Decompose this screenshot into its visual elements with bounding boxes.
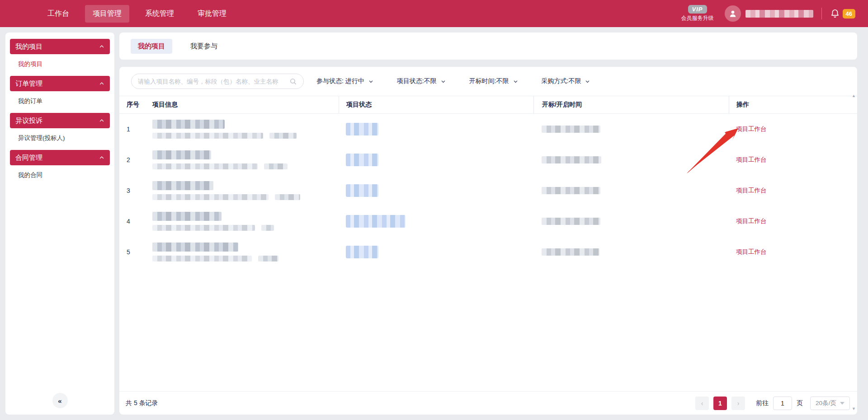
project-workbench-link[interactable]: 项目工作台 <box>736 125 767 133</box>
project-info-redacted <box>152 181 300 200</box>
page-1-button[interactable]: 1 <box>713 397 727 410</box>
sidebar-section-order-mgmt-group[interactable]: 订单管理 <box>10 76 110 91</box>
sidebar-item-my-contracts[interactable]: 我的合同 <box>10 165 110 185</box>
sidebar-item-my-projects[interactable]: 我的项目 <box>10 54 110 74</box>
filter-label: 开标时间:不限 <box>469 77 509 85</box>
status-badge-redacted <box>346 246 378 258</box>
table-footer: 共 5 条记录 ‹ 1 › 前往 页 20条/页 <box>119 391 857 415</box>
action-cell: 项目工作台 <box>729 125 857 133</box>
open-time-cell <box>533 218 729 225</box>
page-unit-label: 页 <box>797 399 803 407</box>
search-input[interactable] <box>138 78 286 85</box>
row-index: 3 <box>119 187 147 194</box>
project-info-cell <box>147 120 339 139</box>
column-header-index: 序号 <box>119 101 147 109</box>
scroll-down-icon[interactable]: ▼ <box>852 407 856 411</box>
top-navbar: 工作台项目管理系统管理审批管理 VIP 会员服务升级 46 <box>0 0 868 27</box>
search-icon[interactable] <box>289 78 297 85</box>
column-header-action: 操作 <box>729 96 857 113</box>
status-badge-redacted <box>346 123 378 135</box>
project-meta-redacted <box>152 133 297 139</box>
project-meta-redacted <box>152 163 288 169</box>
filter-label: 参与状态: 进行中 <box>316 77 364 85</box>
row-index: 1 <box>119 126 147 133</box>
project-list-panel: 参与状态: 进行中项目状态:不限开标时间:不限采购方式:不限 序号项目信息项目状… <box>119 67 857 415</box>
prev-page-button[interactable]: ‹ <box>695 397 709 410</box>
action-cell: 项目工作台 <box>729 217 857 225</box>
nav-item-workbench[interactable]: 工作台 <box>40 5 77 23</box>
notifications[interactable]: 46 <box>830 9 855 19</box>
tab-my-projects[interactable]: 我的项目 <box>131 39 172 54</box>
pagination: ‹ 1 › 前往 页 20条/页 <box>695 397 850 410</box>
record-count: 共 5 条记录 <box>126 399 158 407</box>
user-name-redacted <box>745 10 813 18</box>
project-info-cell <box>147 181 339 200</box>
project-tag-redacted <box>275 194 300 200</box>
nav-item-system-mgmt[interactable]: 系统管理 <box>137 5 182 23</box>
table-row: 1项目工作台 <box>119 114 857 145</box>
row-index: 5 <box>119 248 147 256</box>
project-workbench-link[interactable]: 项目工作台 <box>736 217 767 225</box>
chevron-up-icon <box>99 155 104 160</box>
project-info-redacted <box>152 150 288 169</box>
filter-label: 项目状态:不限 <box>397 77 437 85</box>
open-time-cell <box>533 156 729 163</box>
page-number-input[interactable] <box>773 397 792 410</box>
column-header-open-time: 开标/开启时间 <box>533 96 729 113</box>
sidebar-section-contract-mgmt-group[interactable]: 合同管理 <box>10 150 110 165</box>
vertical-scrollbar[interactable]: ▲ ▼ <box>851 92 857 413</box>
filters: 参与状态: 进行中项目状态:不限开标时间:不限采购方式:不限 <box>316 77 590 85</box>
status-badge-redacted <box>346 184 378 197</box>
project-name-redacted <box>152 181 213 190</box>
vip-upgrade[interactable]: VIP 会员服务升级 <box>681 5 714 22</box>
project-workbench-link[interactable]: 项目工作台 <box>736 187 767 195</box>
open-time-redacted <box>542 218 600 225</box>
project-info-redacted <box>152 243 278 261</box>
chevron-down-icon <box>441 79 446 84</box>
sidebar-section-dispute-group[interactable]: 异议投诉 <box>10 113 110 128</box>
project-meta-redacted <box>152 225 274 231</box>
project-name-redacted <box>152 120 225 129</box>
project-info-cell <box>147 243 339 261</box>
table-header: 序号项目信息项目状态开标/开启时间操作 <box>119 96 857 114</box>
user-menu[interactable] <box>725 5 813 22</box>
column-header-info: 项目信息 <box>147 101 339 109</box>
goto-label: 前往 <box>756 399 769 407</box>
project-number-redacted <box>152 194 269 200</box>
filter-procurement-method[interactable]: 采购方式:不限 <box>542 77 590 85</box>
project-number-redacted <box>152 256 252 261</box>
tabs-bar: 我的项目我要参与 <box>119 33 857 60</box>
project-name-redacted <box>152 150 211 159</box>
sidebar-section-my-projects-group[interactable]: 我的项目 <box>10 39 110 54</box>
open-time-redacted <box>542 126 600 133</box>
filter-project-status[interactable]: 项目状态:不限 <box>397 77 446 85</box>
project-number-redacted <box>152 133 263 139</box>
chevron-down-icon <box>368 79 373 84</box>
table-row: 3项目工作台 <box>119 175 857 206</box>
sidebar-item-dispute-mgmt-bidder[interactable]: 异议管理(投标人) <box>10 128 110 148</box>
filter-bid-open-time[interactable]: 开标时间:不限 <box>469 77 518 85</box>
nav-item-approval-mgmt[interactable]: 审批管理 <box>190 5 234 23</box>
sidebar-collapse-button[interactable]: « <box>52 393 68 408</box>
sidebar: 我的项目我的项目订单管理我的订单异议投诉异议管理(投标人)合同管理我的合同 « <box>5 33 114 415</box>
project-info-cell <box>147 212 339 231</box>
open-time-cell <box>533 187 729 194</box>
project-status-cell <box>339 154 533 166</box>
tab-to-participate[interactable]: 我要参与 <box>183 39 225 54</box>
project-tag-redacted <box>261 225 274 231</box>
table-row: 4项目工作台 <box>119 206 857 237</box>
next-page-button[interactable]: › <box>731 397 745 410</box>
sidebar-item-my-orders[interactable]: 我的订单 <box>10 91 110 111</box>
project-name-redacted <box>152 212 222 221</box>
chevron-down-icon <box>585 79 590 84</box>
project-workbench-link[interactable]: 项目工作台 <box>736 248 767 256</box>
vip-icon: VIP <box>688 5 707 14</box>
open-time-redacted <box>542 187 600 194</box>
page-size-select[interactable]: 20条/页 <box>810 397 850 410</box>
project-number-redacted <box>152 163 258 169</box>
scroll-up-icon[interactable]: ▲ <box>852 94 856 98</box>
nav-item-project-mgmt[interactable]: 项目管理 <box>85 5 129 23</box>
filter-participate-status[interactable]: 参与状态: 进行中 <box>316 77 373 85</box>
project-workbench-link[interactable]: 项目工作台 <box>736 156 767 164</box>
open-time-redacted <box>542 156 601 163</box>
